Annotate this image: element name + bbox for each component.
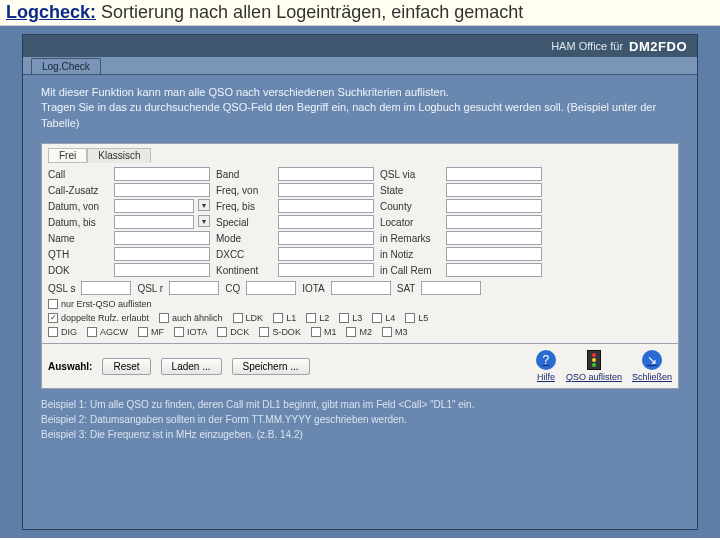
lbl-call: Call — [48, 169, 108, 180]
chk-agcw[interactable] — [87, 327, 97, 337]
input-county[interactable] — [446, 199, 542, 213]
actions-bar: Auswahl: Reset Laden ... Speichern ... ?… — [41, 344, 679, 389]
auflisten-button[interactable]: QSO auflisten — [566, 350, 622, 382]
chk-m1[interactable] — [311, 327, 321, 337]
lbl-m2: M2 — [359, 327, 372, 337]
lbl-agcw: AGCW — [100, 327, 128, 337]
callsign: DM2FDO — [629, 39, 687, 54]
hilfe-label: Hilfe — [537, 372, 555, 382]
chk-m2[interactable] — [346, 327, 356, 337]
app-tabbar: Log.Check — [23, 57, 697, 75]
input-callzusatz[interactable] — [114, 183, 210, 197]
checkbox-row-3: DIG AGCW MF IOTA DCK S-DOK M1 M2 M3 — [48, 327, 672, 337]
checkbox-row-2: doppelte Rufz. erlaubt auch ähnlich LDK … — [48, 313, 672, 323]
input-locator[interactable] — [446, 215, 542, 229]
chk-aehnlich[interactable] — [159, 313, 169, 323]
input-dok[interactable] — [114, 263, 210, 277]
chk-erstqso[interactable] — [48, 299, 58, 309]
chk-mf[interactable] — [138, 327, 148, 337]
chk-l3[interactable] — [339, 313, 349, 323]
title-rest: Sortierung nach allen Logeinträgen, einf… — [96, 2, 523, 22]
lbl-l5: L5 — [418, 313, 428, 323]
lbl-sat: SAT — [397, 283, 416, 294]
input-kontinent[interactable] — [278, 263, 374, 277]
datepick-von-icon[interactable]: ▾ — [198, 199, 210, 211]
example-2: Beispiel 2: Datumsangaben sollten in der… — [41, 412, 679, 427]
input-datumvon[interactable] — [114, 199, 194, 213]
panel-tab-klassisch[interactable]: Klassisch — [87, 148, 151, 163]
input-freqbis[interactable] — [278, 199, 374, 213]
chk-ldk[interactable] — [233, 313, 243, 323]
input-freqvon[interactable] — [278, 183, 374, 197]
datepick-bis-icon[interactable]: ▾ — [198, 215, 210, 227]
lbl-qslr: QSL r — [137, 283, 163, 294]
input-remarks[interactable] — [446, 231, 542, 245]
lbl-freqbis: Freq, bis — [216, 201, 272, 212]
chk-iota2[interactable] — [174, 327, 184, 337]
chk-l4[interactable] — [372, 313, 382, 323]
lbl-qslvia: QSL via — [380, 169, 440, 180]
lbl-iota: IOTA — [302, 283, 325, 294]
input-cq[interactable] — [246, 281, 296, 295]
lbl-mode: Mode — [216, 233, 272, 244]
lbl-notiz: in Notiz — [380, 249, 440, 260]
chk-m3[interactable] — [382, 327, 392, 337]
app-topbar: HAM Office für DM2FDO — [23, 35, 697, 57]
input-special[interactable] — [278, 215, 374, 229]
input-qsls[interactable] — [81, 281, 131, 295]
input-dxcc[interactable] — [278, 247, 374, 261]
laden-button[interactable]: Laden ... — [161, 358, 222, 375]
lbl-dxcc: DXCC — [216, 249, 272, 260]
input-iota[interactable] — [331, 281, 391, 295]
lbl-dig: DIG — [61, 327, 77, 337]
lbl-aehnlich: auch ähnlich — [172, 313, 223, 323]
search-panel: Frei Klassisch Call Band QSL via Call-Zu… — [41, 143, 679, 344]
input-qslr[interactable] — [169, 281, 219, 295]
lbl-datumbis: Datum, bis — [48, 217, 108, 228]
input-notiz[interactable] — [446, 247, 542, 261]
lbl-l2: L2 — [319, 313, 329, 323]
input-qslvia[interactable] — [446, 167, 542, 181]
lbl-name: Name — [48, 233, 108, 244]
chk-l2[interactable] — [306, 313, 316, 323]
auswahl-label: Auswahl: — [48, 361, 92, 372]
input-sat[interactable] — [421, 281, 481, 295]
input-state[interactable] — [446, 183, 542, 197]
input-qth[interactable] — [114, 247, 210, 261]
lbl-m1: M1 — [324, 327, 337, 337]
chk-l5[interactable] — [405, 313, 415, 323]
input-name[interactable] — [114, 231, 210, 245]
lbl-ldk: LDK — [246, 313, 264, 323]
traffic-light-icon — [587, 350, 601, 370]
input-datumbis[interactable] — [114, 215, 194, 229]
lbl-qsls: QSL s — [48, 283, 75, 294]
input-callrem[interactable] — [446, 263, 542, 277]
tab-logcheck[interactable]: Log.Check — [31, 58, 101, 74]
chk-dig[interactable] — [48, 327, 58, 337]
chk-doppelte[interactable] — [48, 313, 58, 323]
speichern-button[interactable]: Speichern ... — [232, 358, 310, 375]
chk-l1[interactable] — [273, 313, 283, 323]
stage-backdrop: HAM Office für DM2FDO Log.Check Mit dies… — [0, 26, 720, 538]
lbl-qth: QTH — [48, 249, 108, 260]
lbl-sdok: S-DOK — [272, 327, 301, 337]
panel-tab-frei[interactable]: Frei — [48, 148, 87, 163]
hilfe-button[interactable]: ? Hilfe — [536, 350, 556, 382]
lbl-m3: M3 — [395, 327, 408, 337]
input-call[interactable] — [114, 167, 210, 181]
chk-dck[interactable] — [217, 327, 227, 337]
chk-sdok[interactable] — [259, 327, 269, 337]
input-band[interactable] — [278, 167, 374, 181]
example-3: Beispiel 3: Die Frequenz ist in MHz einz… — [41, 427, 679, 442]
lbl-l3: L3 — [352, 313, 362, 323]
reset-button[interactable]: Reset — [102, 358, 150, 375]
lbl-erstqso: nur Erst-QSO auflisten — [61, 299, 152, 309]
lbl-iota2: IOTA — [187, 327, 207, 337]
schliessen-button[interactable]: ↘ Schließen — [632, 350, 672, 382]
lbl-band: Band — [216, 169, 272, 180]
lbl-cq: CQ — [225, 283, 240, 294]
lbl-dck: DCK — [230, 327, 249, 337]
intro-line-1: Mit dieser Funktion kann man alle QSO na… — [41, 85, 679, 100]
input-mode[interactable] — [278, 231, 374, 245]
close-icon: ↘ — [642, 350, 662, 370]
